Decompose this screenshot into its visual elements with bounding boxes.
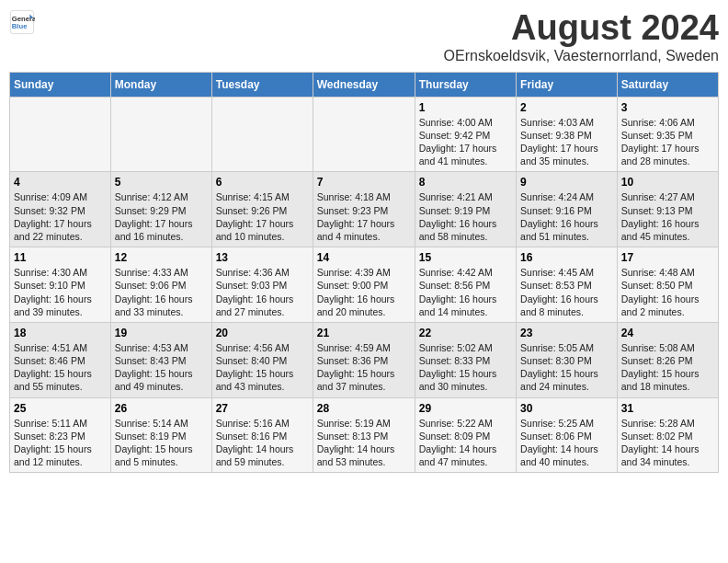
- day-info: Sunrise: 4:30 AMSunset: 9:10 PMDaylight:…: [14, 266, 107, 318]
- day-number: 15: [419, 251, 512, 264]
- svg-text:General: General: [12, 15, 35, 23]
- calendar-cell: [10, 97, 111, 172]
- calendar-week-row: 4Sunrise: 4:09 AMSunset: 9:32 PMDaylight…: [10, 172, 719, 247]
- day-info: Sunrise: 4:15 AMSunset: 9:26 PMDaylight:…: [216, 190, 309, 243]
- day-number: 14: [317, 251, 411, 264]
- day-number: 18: [14, 327, 107, 339]
- calendar-cell: 31Sunrise: 5:28 AMSunset: 8:02 PMDayligh…: [617, 397, 718, 473]
- day-info: Sunrise: 4:56 AMSunset: 8:40 PMDaylight:…: [216, 341, 309, 394]
- calendar-cell: 21Sunrise: 4:59 AMSunset: 8:36 PMDayligh…: [313, 322, 415, 397]
- calendar-cell: 12Sunrise: 4:33 AMSunset: 9:06 PMDayligh…: [110, 247, 211, 323]
- day-number: 7: [317, 176, 411, 189]
- logo: General Blue: [9, 9, 35, 35]
- calendar-header-thursday: Thursday: [415, 72, 516, 97]
- calendar-header-saturday: Saturday: [617, 72, 718, 97]
- day-number: 13: [216, 251, 309, 264]
- calendar-cell: 20Sunrise: 4:56 AMSunset: 8:40 PMDayligh…: [211, 322, 313, 397]
- calendar-cell: 13Sunrise: 4:36 AMSunset: 9:03 PMDayligh…: [211, 247, 313, 323]
- calendar-cell: 24Sunrise: 5:08 AMSunset: 8:26 PMDayligh…: [617, 322, 718, 397]
- day-number: 1: [419, 101, 512, 114]
- calendar-cell: 23Sunrise: 5:05 AMSunset: 8:30 PMDayligh…: [517, 322, 618, 397]
- day-number: 2: [520, 101, 613, 114]
- calendar-week-row: 11Sunrise: 4:30 AMSunset: 9:10 PMDayligh…: [10, 247, 719, 323]
- day-number: 26: [115, 402, 208, 415]
- calendar-cell: 7Sunrise: 4:18 AMSunset: 9:23 PMDaylight…: [313, 172, 415, 247]
- day-number: 17: [621, 251, 714, 264]
- location-title: OErnskoeldsvik, Vaesternorrland, Sweden: [444, 48, 719, 64]
- calendar-cell: 28Sunrise: 5:19 AMSunset: 8:13 PMDayligh…: [313, 397, 415, 473]
- svg-text:Blue: Blue: [12, 22, 28, 30]
- day-info: Sunrise: 4:45 AMSunset: 8:53 PMDaylight:…: [520, 266, 613, 318]
- calendar-cell: 18Sunrise: 4:51 AMSunset: 8:46 PMDayligh…: [10, 322, 111, 397]
- day-info: Sunrise: 5:14 AMSunset: 8:19 PMDaylight:…: [115, 417, 208, 469]
- day-info: Sunrise: 5:25 AMSunset: 8:06 PMDaylight:…: [520, 417, 613, 469]
- calendar-cell: 15Sunrise: 4:42 AMSunset: 8:56 PMDayligh…: [415, 247, 516, 323]
- calendar-cell: 14Sunrise: 4:39 AMSunset: 9:00 PMDayligh…: [313, 247, 415, 323]
- day-info: Sunrise: 4:42 AMSunset: 8:56 PMDaylight:…: [419, 266, 512, 318]
- calendar-cell: 1Sunrise: 4:00 AMSunset: 9:42 PMDaylight…: [415, 97, 516, 172]
- day-number: 20: [216, 327, 309, 339]
- calendar-cell: 5Sunrise: 4:12 AMSunset: 9:29 PMDaylight…: [110, 172, 211, 247]
- calendar-cell: 17Sunrise: 4:48 AMSunset: 8:50 PMDayligh…: [617, 247, 718, 323]
- calendar-cell: [313, 97, 415, 172]
- calendar-cell: 3Sunrise: 4:06 AMSunset: 9:35 PMDaylight…: [617, 97, 718, 172]
- calendar-cell: 11Sunrise: 4:30 AMSunset: 9:10 PMDayligh…: [10, 247, 111, 323]
- day-number: 21: [317, 327, 411, 339]
- day-info: Sunrise: 4:21 AMSunset: 9:19 PMDaylight:…: [419, 190, 512, 243]
- calendar-cell: 30Sunrise: 5:25 AMSunset: 8:06 PMDayligh…: [517, 397, 618, 473]
- calendar-cell: 4Sunrise: 4:09 AMSunset: 9:32 PMDaylight…: [10, 172, 111, 247]
- day-number: 3: [621, 101, 714, 114]
- day-info: Sunrise: 4:06 AMSunset: 9:35 PMDaylight:…: [621, 116, 714, 168]
- day-number: 11: [14, 251, 107, 264]
- day-number: 24: [621, 327, 714, 339]
- calendar-body: 1Sunrise: 4:00 AMSunset: 9:42 PMDaylight…: [10, 97, 719, 472]
- day-number: 6: [216, 176, 309, 189]
- day-info: Sunrise: 4:00 AMSunset: 9:42 PMDaylight:…: [419, 116, 512, 168]
- header: General Blue August 2024 OErnskoeldsvik,…: [9, 9, 719, 64]
- day-info: Sunrise: 5:28 AMSunset: 8:02 PMDaylight:…: [621, 417, 714, 469]
- day-number: 25: [14, 402, 107, 415]
- calendar-cell: 26Sunrise: 5:14 AMSunset: 8:19 PMDayligh…: [110, 397, 211, 473]
- calendar-header-sunday: Sunday: [10, 72, 111, 97]
- calendar-cell: 19Sunrise: 4:53 AMSunset: 8:43 PMDayligh…: [110, 322, 211, 397]
- day-info: Sunrise: 4:48 AMSunset: 8:50 PMDaylight:…: [621, 266, 714, 318]
- day-info: Sunrise: 5:02 AMSunset: 8:33 PMDaylight:…: [419, 341, 512, 394]
- day-info: Sunrise: 4:33 AMSunset: 9:06 PMDaylight:…: [115, 266, 208, 318]
- calendar-header-friday: Friday: [517, 72, 618, 97]
- calendar-cell: 9Sunrise: 4:24 AMSunset: 9:16 PMDaylight…: [517, 172, 618, 247]
- calendar-cell: 16Sunrise: 4:45 AMSunset: 8:53 PMDayligh…: [517, 247, 618, 323]
- month-title: August 2024: [444, 9, 719, 48]
- day-number: 8: [419, 176, 512, 189]
- day-info: Sunrise: 4:53 AMSunset: 8:43 PMDaylight:…: [115, 341, 208, 394]
- calendar-table: SundayMondayTuesdayWednesdayThursdayFrid…: [9, 72, 719, 473]
- day-info: Sunrise: 5:11 AMSunset: 8:23 PMDaylight:…: [14, 417, 107, 469]
- day-number: 29: [419, 402, 512, 415]
- day-number: 22: [419, 327, 512, 339]
- day-info: Sunrise: 5:08 AMSunset: 8:26 PMDaylight:…: [621, 341, 714, 394]
- day-number: 9: [520, 176, 613, 189]
- day-info: Sunrise: 4:09 AMSunset: 9:32 PMDaylight:…: [14, 190, 107, 243]
- day-number: 31: [621, 402, 714, 415]
- calendar-cell: [211, 97, 313, 172]
- day-info: Sunrise: 5:19 AMSunset: 8:13 PMDaylight:…: [317, 417, 411, 469]
- calendar-header-wednesday: Wednesday: [313, 72, 415, 97]
- calendar-cell: 2Sunrise: 4:03 AMSunset: 9:38 PMDaylight…: [517, 97, 618, 172]
- title-area: August 2024 OErnskoeldsvik, Vaesternorrl…: [444, 9, 719, 64]
- calendar-header-monday: Monday: [110, 72, 211, 97]
- day-number: 12: [115, 251, 208, 264]
- calendar-cell: 27Sunrise: 5:16 AMSunset: 8:16 PMDayligh…: [211, 397, 313, 473]
- calendar-cell: 22Sunrise: 5:02 AMSunset: 8:33 PMDayligh…: [415, 322, 516, 397]
- day-info: Sunrise: 4:59 AMSunset: 8:36 PMDaylight:…: [317, 341, 411, 394]
- day-number: 27: [216, 402, 309, 415]
- calendar-cell: 6Sunrise: 4:15 AMSunset: 9:26 PMDaylight…: [211, 172, 313, 247]
- calendar-cell: [110, 97, 211, 172]
- calendar-cell: 8Sunrise: 4:21 AMSunset: 9:19 PMDaylight…: [415, 172, 516, 247]
- day-number: 30: [520, 402, 613, 415]
- logo-icon: General Blue: [9, 9, 35, 35]
- day-number: 4: [14, 176, 107, 189]
- calendar-week-row: 18Sunrise: 4:51 AMSunset: 8:46 PMDayligh…: [10, 322, 719, 397]
- calendar-cell: 29Sunrise: 5:22 AMSunset: 8:09 PMDayligh…: [415, 397, 516, 473]
- day-info: Sunrise: 5:16 AMSunset: 8:16 PMDaylight:…: [216, 417, 309, 469]
- day-number: 5: [115, 176, 208, 189]
- calendar-week-row: 1Sunrise: 4:00 AMSunset: 9:42 PMDaylight…: [10, 97, 719, 172]
